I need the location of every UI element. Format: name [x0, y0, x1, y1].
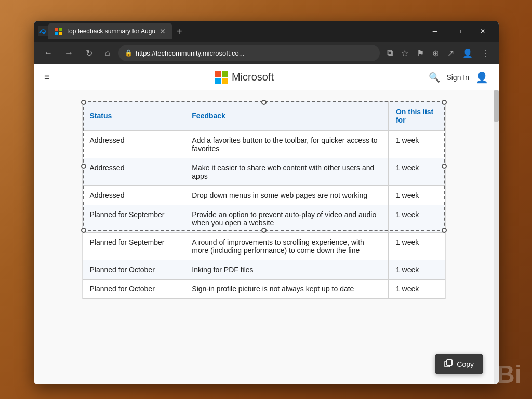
content-area: Status Feedback On this list for Address…: [34, 90, 499, 384]
header-right: 🔍 Sign In 👤: [429, 71, 488, 84]
status-cell: Addressed: [83, 131, 184, 158]
onlist-cell: 1 week: [388, 186, 445, 205]
settings-icon[interactable]: ⋮: [478, 46, 493, 60]
tab-close-button[interactable]: ✕: [159, 27, 166, 35]
active-tab[interactable]: Top feedback summary for Augu ✕: [48, 23, 172, 39]
logo-blue: [215, 78, 221, 84]
bing-watermark: Bi: [497, 360, 522, 389]
table-row: AddressedAdd a favorites button to the t…: [83, 131, 445, 158]
back-button[interactable]: ←: [40, 46, 57, 60]
title-bar: Top feedback summary for Augu ✕ + ─ □ ✕: [34, 21, 499, 42]
scrollbar-track[interactable]: [494, 90, 499, 384]
svg-rect-0: [38, 26, 48, 36]
status-header: Status: [83, 101, 184, 131]
table-header-row: Status Feedback On this list for: [83, 101, 445, 131]
address-right-icons: ⧉ ☆ ⚑ ⊕ ↗ 👤 ⋮: [384, 46, 493, 60]
url-input[interactable]: 🔒 https://techcommunity.microsoft.co...: [118, 45, 380, 61]
status-cell: Planned for October: [83, 260, 184, 280]
status-cell: Planned for September: [83, 233, 184, 260]
microsoft-logo-grid: [215, 71, 228, 84]
url-text: https://techcommunity.microsoft.co...: [136, 49, 374, 57]
page-main: Status Feedback On this list for Address…: [34, 90, 494, 384]
edge-browser-icon: [38, 26, 48, 36]
onlist-cell: 1 week: [388, 131, 445, 158]
browser-icon-area: [38, 26, 48, 36]
refresh-button[interactable]: ↻: [82, 46, 97, 60]
share-icon[interactable]: ↗: [444, 46, 457, 60]
close-button[interactable]: ✕: [471, 21, 495, 42]
page-content: ≡ Microsoft 🔍 Sign In 👤: [34, 64, 499, 384]
table-row: Planned for OctoberInking for PDF files1…: [83, 260, 445, 280]
table-row: AddressedDrop down menus in some web pag…: [83, 186, 445, 205]
logo-red: [215, 71, 221, 77]
table-row: Planned for SeptemberProvide an option t…: [83, 205, 445, 233]
status-cell: Planned for October: [83, 280, 184, 299]
address-bar: ← → ↻ ⌂ 🔒 https://techcommunity.microsof…: [34, 42, 499, 64]
copy-label: Copy: [457, 360, 474, 368]
feedback-cell: Provide an option to prevent auto-play o…: [184, 205, 389, 233]
search-button[interactable]: 🔍: [429, 72, 440, 83]
onlist-cell: 1 week: [388, 280, 445, 299]
split-view-icon[interactable]: ⧉: [384, 46, 396, 60]
profile-icon[interactable]: 👤: [459, 46, 476, 60]
microsoft-text: Microsoft: [232, 71, 274, 83]
site-header: ≡ Microsoft 🔍 Sign In 👤: [34, 64, 499, 90]
copy-button[interactable]: Copy: [435, 354, 483, 374]
feedback-cell: Make it easier to share web content with…: [184, 158, 389, 186]
tab-bar: Top feedback summary for Augu ✕ +: [48, 23, 423, 39]
collections-icon[interactable]: ⊕: [429, 46, 442, 60]
status-cell: Addressed: [83, 158, 184, 186]
user-icon[interactable]: 👤: [475, 71, 488, 84]
logo-green: [222, 71, 228, 77]
onlist-cell: 1 week: [388, 205, 445, 233]
scrollbar-thumb[interactable]: [494, 90, 499, 122]
favorites-icon[interactable]: ☆: [398, 46, 411, 60]
logo-yellow: [222, 78, 228, 84]
hamburger-menu[interactable]: ≡: [44, 72, 50, 83]
minimize-button[interactable]: ─: [423, 21, 447, 42]
copy-icon: [444, 359, 453, 369]
feedback-cell: Drop down menus in some web pages are no…: [184, 186, 389, 205]
onlist-cell: 1 week: [388, 233, 445, 260]
onlist-header: On this list for: [388, 101, 445, 131]
microsoft-logo: Microsoft: [60, 71, 429, 84]
home-button[interactable]: ⌂: [101, 46, 114, 60]
status-cell: Addressed: [83, 186, 184, 205]
window-controls: ─ □ ✕: [423, 21, 495, 42]
feedback-cell: Add a favorites button to the toolbar, f…: [184, 131, 389, 158]
feedback-table: Status Feedback On this list for Address…: [83, 101, 445, 299]
status-cell: Planned for September: [83, 205, 184, 233]
sign-in-button[interactable]: Sign In: [446, 73, 469, 82]
feedback-cell: A round of improvements to scrolling exp…: [184, 233, 389, 260]
svg-rect-2: [447, 360, 452, 365]
tab-title: Top feedback summary for Augu: [66, 28, 155, 35]
new-tab-button[interactable]: +: [172, 25, 187, 37]
feedback-cell: Sign-in profile picture is not always ke…: [184, 280, 389, 299]
flag-icon[interactable]: ⚑: [414, 46, 427, 60]
forward-button[interactable]: →: [61, 46, 77, 60]
onlist-cell: 1 week: [388, 260, 445, 280]
table-container: Status Feedback On this list for Address…: [82, 101, 446, 299]
maximize-button[interactable]: □: [447, 21, 471, 42]
table-row: Planned for OctoberSign-in profile pictu…: [83, 280, 445, 299]
feedback-header: Feedback: [184, 101, 389, 131]
feedback-cell: Inking for PDF files: [184, 260, 389, 280]
table-row: Planned for SeptemberA round of improvem…: [83, 233, 445, 260]
onlist-cell: 1 week: [388, 158, 445, 186]
table-row: AddressedMake it easier to share web con…: [83, 158, 445, 186]
lock-icon: 🔒: [125, 49, 132, 57]
browser-window: Top feedback summary for Augu ✕ + ─ □ ✕ …: [34, 21, 499, 384]
